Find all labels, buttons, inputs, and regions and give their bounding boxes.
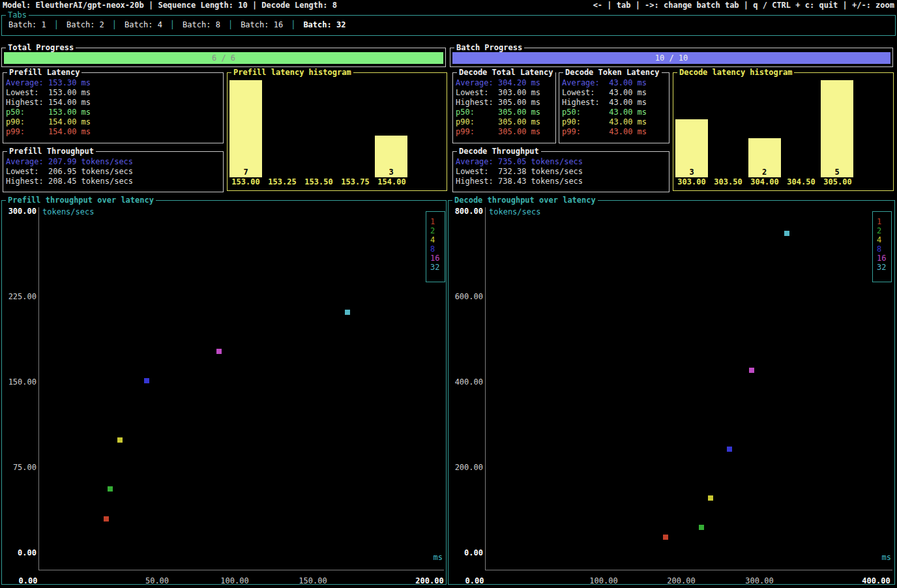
batch-progress-bar: 10 / 10: [452, 52, 890, 64]
decode-token-latency-panel: Decode Token Latency Average: 43.00 msLo…: [559, 72, 669, 143]
tab-separator: │: [162, 20, 183, 29]
prefill-throughput-title: Prefill Throughput: [7, 147, 96, 156]
stat-line: Highest: 305.00 ms: [453, 98, 555, 108]
stat-line: Lowest: 303.00 ms: [453, 88, 555, 98]
stat-line: Average: 153.30 ms: [3, 78, 223, 88]
tab-batch-2[interactable]: Batch: 2: [66, 20, 104, 29]
tab-separator: │: [220, 20, 241, 29]
total-progress-title: Total Progress: [6, 43, 76, 53]
legend-entry-8: 8: [430, 244, 445, 254]
stat-line: Average: 735.05 tokens/secs: [453, 157, 669, 167]
tab-batch-4[interactable]: Batch: 4: [125, 20, 162, 29]
y-tick-label: 0.00: [5, 548, 37, 558]
batch-tabs: Batch: 1│Batch: 2│Batch: 4│Batch: 8│Batc…: [2, 16, 895, 30]
stat-line: Lowest: 153.00 ms: [3, 88, 223, 98]
total-progress-bar: 6 / 6: [4, 52, 443, 64]
stat-line: p99: 305.00 ms: [453, 127, 555, 137]
x-tick-label: 0.00: [452, 576, 497, 586]
tab-batch-32[interactable]: Batch: 32: [303, 20, 346, 29]
hist-bar-count: 5: [821, 168, 853, 177]
hist-bar: 7: [229, 80, 262, 177]
decode-throughput-panel: Decode Throughput Average: 735.05 tokens…: [452, 151, 669, 192]
hist-x-label: 153.00: [228, 177, 264, 187]
hist-x-label: 153.50: [301, 177, 337, 187]
stat-line: p90: 154.00 ms: [3, 117, 223, 127]
scatter-point-batch-2: [108, 486, 113, 492]
decode-token-latency-title: Decode Token Latency: [563, 68, 662, 78]
tab-separator: │: [46, 20, 66, 29]
scatter-point-batch-2: [699, 525, 704, 530]
x-tick-label: 50.00: [134, 576, 180, 586]
hist-bar: 3: [675, 119, 708, 177]
hist-bar-count: 2: [748, 168, 781, 177]
x-tick-label: 200.00: [658, 576, 704, 586]
prefill-latency-panel: Prefill Latency Average: 153.30 msLowest…: [3, 72, 224, 143]
x-tick-label: 150.00: [290, 576, 336, 586]
decode-total-latency-stats: Average: 304.20 msLowest: 303.00 msHighe…: [453, 73, 555, 137]
stat-line: p90: 43.00 ms: [559, 117, 669, 127]
hist-bar-count: 3: [375, 168, 407, 177]
keybinds-help: <- | tab | ->: change batch tab | q / CT…: [593, 1, 894, 10]
y-tick-label: 600.00: [451, 292, 483, 302]
hist-x-label: 153.25: [264, 177, 301, 187]
scatter-point-batch-1: [663, 535, 668, 540]
scatter-point-batch-16: [749, 368, 754, 373]
y-tick-label: 800.00: [451, 207, 483, 216]
legend-entry-8: 8: [877, 244, 891, 254]
stat-line: Highest: 43.00 ms: [559, 98, 669, 108]
decode-total-latency-title: Decode Total Latency: [457, 68, 555, 78]
tab-batch-16[interactable]: Batch: 16: [241, 20, 283, 29]
hist-bar: 5: [821, 80, 853, 177]
prefill-throughput-stats: Average: 207.99 tokens/secsLowest: 206.9…: [3, 152, 223, 186]
decode-histogram-title: Decode latency histogram: [677, 68, 794, 78]
y-axis-line: [485, 207, 486, 570]
legend-entry-2: 2: [877, 226, 891, 235]
decode-token-latency-stats: Average: 43.00 msLowest: 43.00 msHighest…: [559, 73, 669, 137]
scatter-point-batch-32: [345, 310, 350, 315]
x-axis-unit-label: ms: [434, 553, 443, 563]
tab-batch-1[interactable]: Batch: 1: [8, 20, 46, 29]
scatter-point-batch-1: [104, 516, 109, 522]
stat-line: p90: 305.00 ms: [453, 117, 555, 127]
stat-line: p50: 43.00 ms: [559, 108, 669, 117]
y-tick-label: 75.00: [5, 463, 37, 473]
stat-line: p50: 153.00 ms: [3, 108, 223, 117]
hist-bar-count: 7: [229, 168, 262, 177]
scatter-point-batch-8: [144, 378, 149, 383]
stat-line: Average: 43.00 ms: [559, 78, 669, 88]
x-tick-label: 0.00: [5, 576, 51, 586]
x-axis-unit-label: ms: [882, 553, 891, 563]
x-tick-label: 300.00: [737, 576, 782, 586]
total-progress-value: 6 / 6: [212, 52, 235, 64]
terminal-screen: Model: EleutherAI/gpt-neox-20b | Sequenc…: [0, 0, 897, 588]
scatter-point-batch-4: [708, 495, 713, 501]
hist-x-label: 153.75: [337, 177, 374, 187]
hist-bar-count: 3: [675, 168, 708, 177]
hist-x-label: 303.50: [710, 177, 746, 187]
prefill-latency-stats: Average: 153.30 msLowest: 153.00 msHighe…: [3, 73, 223, 137]
x-axis-line: [485, 570, 892, 570]
y-tick-label: 200.00: [451, 463, 483, 473]
prefill-latency-title: Prefill Latency: [7, 68, 81, 78]
prefill-latency-histogram: Prefill latency histogram 153.007153.251…: [227, 72, 447, 191]
x-tick-label: 400.00: [853, 576, 897, 586]
stat-line: p99: 154.00 ms: [3, 127, 223, 137]
total-progress-panel: Total Progress 6 / 6: [1, 48, 446, 67]
tab-separator: │: [283, 20, 303, 29]
legend-entry-1: 1: [430, 217, 445, 226]
hist-x-label: 305.00: [819, 177, 856, 187]
legend-box: 12481632: [872, 211, 892, 282]
y-tick-label: 300.00: [5, 207, 37, 216]
scatter-point-batch-4: [117, 437, 123, 443]
tab-batch-8[interactable]: Batch: 8: [183, 20, 220, 29]
x-tick-label: 100.00: [212, 576, 257, 586]
legend-entry-4: 4: [430, 235, 445, 244]
y-tick-label: 0.00: [451, 548, 483, 558]
tabs-panel: Tabs Batch: 1│Batch: 2│Batch: 4│Batch: 8…: [1, 15, 896, 36]
decode-scatter-plot: Decode throughput over latency tokens/se…: [448, 200, 895, 585]
hist-bar: 3: [375, 136, 407, 177]
legend-entry-16: 16: [877, 254, 891, 263]
model-info: Model: EleutherAI/gpt-neox-20b | Sequenc…: [3, 1, 337, 10]
hist-x-label: 304.00: [746, 177, 783, 187]
decode-latency-histogram: Decode latency histogram 303.003303.5030…: [673, 72, 894, 191]
